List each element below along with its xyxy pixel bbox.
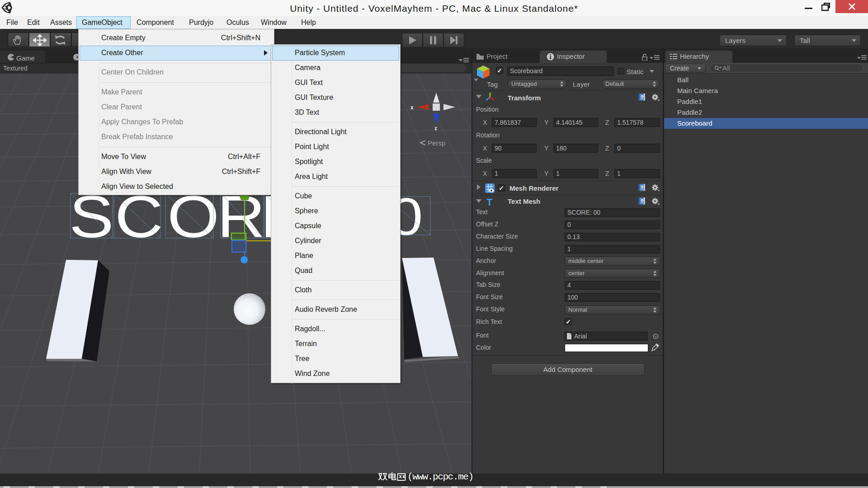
svg-text:x: x: [410, 104, 414, 111]
svg-text:?: ?: [641, 185, 643, 190]
svg-text:Persp: Persp: [428, 139, 445, 147]
svg-text:?: ?: [641, 95, 643, 100]
svg-text:z: z: [434, 125, 437, 131]
svg-text:?: ?: [641, 199, 643, 204]
